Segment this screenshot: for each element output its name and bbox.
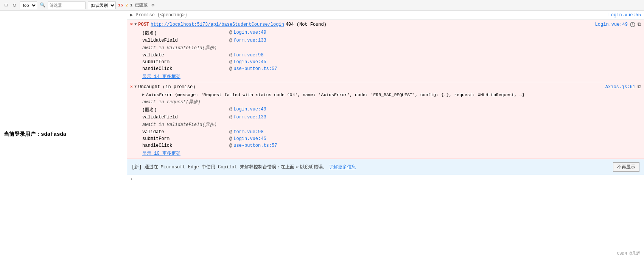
main-content: 当前登录用户：sdafasda ▶ Promise {<pending>} Lo… (0, 11, 644, 258)
toolbar: □ ◯ top 🔍 默认级别 15 2 1 已隐藏 ⚙ (0, 0, 644, 11)
stack-at: @ (229, 59, 232, 65)
stack-at: @ (229, 38, 232, 43)
stack-row-1-4: handleClick @ use-button.ts:57 (127, 65, 644, 72)
await-row-2-0: await in request(异步) (127, 98, 644, 106)
bottom-chevron[interactable]: › (130, 176, 133, 182)
stack-link[interactable]: Login.vue:49 (233, 107, 266, 113)
stack-at: @ (229, 66, 232, 71)
expand-arrow-2[interactable]: ▼ (134, 85, 137, 89)
stack-link[interactable]: form.vue:133 (233, 38, 266, 43)
error-icon-2: ✖ (130, 84, 133, 90)
stack-row-1-2: validate @ form.vue:98 (127, 52, 644, 59)
uncaught-title: Uncaught (in promise) (138, 84, 195, 90)
expand-arrow-1[interactable]: ▼ (134, 22, 137, 26)
stack-at: @ (229, 107, 232, 113)
stack-row-1-0: (匿名) @ Login.vue:49 (127, 29, 644, 37)
stack-at: @ (229, 53, 232, 58)
stack-row-2-0: (匿名) @ Login.vue:49 (127, 106, 644, 114)
error-header-2: ✖ ▼ Uncaught (in promise) Axios.js:61 ⧉ (127, 82, 644, 92)
error-source-link-2[interactable]: Axios.js:61 (605, 84, 635, 90)
stack-link[interactable]: form.vue:98 (233, 129, 263, 135)
stack-func: handleClick (142, 66, 229, 71)
copilot-learn-link[interactable]: 了解更多信息 (329, 164, 356, 170)
stack-row-2-2: validate @ form.vue:98 (127, 129, 644, 135)
stack-func: submitForm (142, 59, 229, 65)
error-source-link-1[interactable]: Login.vue:49 (595, 22, 628, 27)
stack-link[interactable]: Login.vue:49 (233, 30, 266, 36)
error-title-left-2: ✖ ▼ Uncaught (in promise) (130, 84, 195, 90)
stack-link[interactable]: form.vue:133 (233, 115, 266, 120)
promise-text: ▶ Promise {<pending>} (130, 12, 187, 18)
stack-at: @ (229, 115, 232, 120)
filter-input[interactable] (48, 2, 86, 9)
stack-func: (匿名) (142, 107, 229, 113)
stack-link[interactable]: form.vue:98 (233, 53, 263, 58)
stack-func: validateField (142, 38, 229, 43)
copilot-dismiss-button[interactable]: 不再显示 (613, 162, 639, 172)
error-title-left-1: ✖ ▼ POST http://localhost:5173/api/baseS… (130, 22, 327, 27)
await-row-2-1: await in validateField(异步) (127, 121, 644, 129)
copilot-icon: ⊙ (296, 164, 299, 170)
error-icon-1: ✖ (130, 22, 133, 27)
error-block-2: ✖ ▼ Uncaught (in promise) Axios.js:61 ⧉ … (127, 82, 644, 159)
stack-row-2-4: handleClick @ use-button.ts:57 (127, 142, 644, 149)
stack-link[interactable]: use-button.ts:57 (233, 143, 277, 148)
back-icon[interactable]: □ (3, 2, 9, 8)
top-select[interactable]: top (20, 2, 37, 9)
error-block-1: ✖ ▼ POST http://localhost:5173/api/baseS… (127, 20, 644, 82)
copilot-text-2: 以说明错误。 (300, 164, 327, 170)
stack-at: @ (229, 143, 232, 148)
stack-link[interactable]: use-button.ts:57 (233, 66, 277, 71)
stack-func: submitForm (142, 136, 229, 141)
error-title-right-1: Login.vue:49 i ⧉ (595, 22, 641, 27)
stack-func: validateField (142, 115, 229, 120)
http-url-1[interactable]: http://localhost:5173/api/baseStudentCou… (151, 22, 284, 27)
warning-count-badge: 2 (125, 3, 128, 8)
stack-at: @ (229, 30, 232, 36)
copy-icon-2[interactable]: ⧉ (638, 84, 641, 90)
stack-link[interactable]: Login.vue:45 (233, 59, 266, 65)
stack-at: @ (229, 136, 232, 141)
error-count-badge: 15 (118, 3, 123, 8)
axiose-row: ▶ AxiosError {message: 'Request failed w… (127, 92, 644, 98)
left-panel: 当前登录用户：sdafasda (0, 11, 127, 258)
stack-row-1-3: submitForm @ Login.vue:45 (127, 59, 644, 65)
stack-func: validate (142, 53, 229, 58)
show-more-link-2[interactable]: 显示 10 更多框架 (142, 151, 180, 156)
axiose-expand[interactable]: ▶ (142, 92, 145, 97)
show-more-row-2: 显示 10 更多框架 (127, 149, 644, 159)
stack-func: validate (142, 129, 229, 135)
promise-row: ▶ Promise {<pending>} Login.vue:55 (127, 11, 644, 20)
refresh-icon[interactable]: ◯ (11, 2, 17, 8)
promise-link[interactable]: Login.vue:55 (608, 12, 641, 18)
stack-row-1-1: validateField @ form.vue:133 (127, 37, 644, 44)
settings-icon[interactable]: ⚙ (150, 2, 156, 8)
console-panel: ▶ Promise {<pending>} Login.vue:55 ✖ ▼ P… (127, 11, 644, 258)
stack-row-2-1: validateField @ form.vue:133 (127, 114, 644, 121)
error-header-1: ✖ ▼ POST http://localhost:5173/api/baseS… (127, 20, 644, 29)
stack-link[interactable]: Login.vue:45 (233, 136, 266, 141)
filter-icon: 🔍 (39, 2, 45, 8)
http-status-1: 404 (Not Found) (286, 22, 327, 27)
copy-icon-1[interactable]: ⧉ (638, 22, 641, 27)
bottom-row: › (127, 175, 644, 183)
http-method-1: POST (138, 22, 149, 27)
show-more-link-1[interactable]: 显示 14 更多框架 (142, 74, 180, 79)
await-row-1-0: await in validateField(异步) (127, 44, 644, 52)
stack-func: (匿名) (142, 30, 229, 36)
hidden-count-badge: 1 已隐藏 (130, 2, 148, 8)
level-select[interactable]: 默认级别 (88, 2, 116, 9)
axiose-text: AxiosError {message: 'Request failed wit… (146, 92, 525, 97)
copilot-banner: [新] 通过在 Microsoft Edge 中使用 Copilot 来解释控制… (127, 159, 644, 175)
current-user-label: 当前登录用户：sdafasda (4, 131, 66, 138)
stack-func: handleClick (142, 143, 229, 148)
show-more-row-1: 显示 14 更多框架 (127, 72, 644, 82)
error-title-right-2: Axios.js:61 ⧉ (605, 84, 641, 90)
stack-row-2-3: submitForm @ Login.vue:45 (127, 135, 644, 142)
copilot-text-1: [新] 通过在 Microsoft Edge 中使用 Copilot 来解释控制… (132, 164, 294, 170)
copilot-left: [新] 通过在 Microsoft Edge 中使用 Copilot 来解释控制… (132, 164, 356, 170)
info-icon-1[interactable]: i (630, 22, 635, 27)
watermark: CSDN @几辉 (617, 250, 640, 256)
stack-at: @ (229, 129, 232, 135)
